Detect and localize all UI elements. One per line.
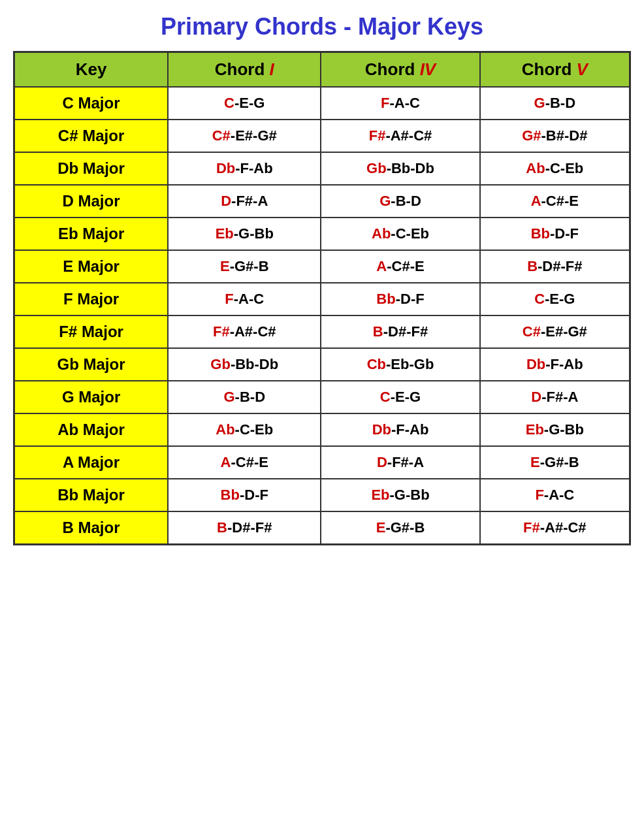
cell-chord5: E-G#-B [480,446,630,479]
table-row: Ab MajorAb-C-EbDb-F-AbEb-G-Bb [14,413,630,446]
cell-chord1: G-B-D [168,381,321,413]
cell-key: G Major [14,381,169,413]
cell-chord1: F#-A#-C# [168,315,321,348]
cell-chord1: Ab-C-Eb [168,413,321,446]
cell-chord4: Cb-Eb-Gb [321,348,479,381]
cell-key: B Major [14,511,169,545]
table-row: D MajorD-F#-AG-B-DA-C#-E [14,185,630,218]
page-title: Primary Chords - Major Keys [13,13,631,40]
cell-chord4: Gb-Bb-Db [321,152,479,185]
cell-chord5: G#-B#-D# [480,120,630,152]
table-row: F MajorF-A-CBb-D-FC-E-G [14,283,630,315]
cell-chord4: Eb-G-Bb [321,479,479,511]
table-row: E MajorE-G#-BA-C#-EB-D#-F# [14,250,630,283]
cell-chord4: Db-F-Ab [321,413,479,446]
cell-key: Bb Major [14,479,169,511]
cell-chord1: B-D#-F# [168,511,321,545]
cell-chord5: A-C#-E [480,185,630,218]
cell-chord1: A-C#-E [168,446,321,479]
cell-chord4: C-E-G [321,381,479,413]
header-chord5: Chord V [480,52,630,88]
cell-chord4: Bb-D-F [321,283,479,315]
table-row: Eb MajorEb-G-BbAb-C-EbBb-D-F [14,218,630,250]
cell-chord1: F-A-C [168,283,321,315]
cell-chord5: Eb-G-Bb [480,413,630,446]
table-row: Bb MajorBb-D-FEb-G-BbF-A-C [14,479,630,511]
cell-chord1: Bb-D-F [168,479,321,511]
header-chord4: Chord IV [321,52,479,88]
cell-key: C# Major [14,120,169,152]
cell-key: C Major [14,87,169,120]
cell-chord5: F-A-C [480,479,630,511]
cell-chord1: Eb-G-Bb [168,218,321,250]
cell-key: A Major [14,446,169,479]
chords-table: Key Chord I Chord IV Chord V C MajorC-E-… [13,51,631,545]
page-container: Primary Chords - Major Keys Key Chord I … [13,13,631,545]
cell-key: E Major [14,250,169,283]
cell-chord4: F-A-C [321,87,479,120]
cell-chord4: D-F#-A [321,446,479,479]
table-body: C MajorC-E-GF-A-CG-B-DC# MajorC#-E#-G#F#… [14,87,630,545]
cell-chord4: A-C#-E [321,250,479,283]
table-row: B MajorB-D#-F#E-G#-BF#-A#-C# [14,511,630,545]
table-row: A MajorA-C#-ED-F#-AE-G#-B [14,446,630,479]
table-row: F# MajorF#-A#-C#B-D#-F#C#-E#-G# [14,315,630,348]
cell-chord5: Bb-D-F [480,218,630,250]
table-row: Db MajorDb-F-AbGb-Bb-DbAb-C-Eb [14,152,630,185]
cell-chord5: G-B-D [480,87,630,120]
table-row: G MajorG-B-DC-E-GD-F#-A [14,381,630,413]
cell-chord1: E-G#-B [168,250,321,283]
cell-key: Eb Major [14,218,169,250]
cell-key: F# Major [14,315,169,348]
cell-key: F Major [14,283,169,315]
cell-chord5: D-F#-A [480,381,630,413]
table-row: Gb MajorGb-Bb-DbCb-Eb-GbDb-F-Ab [14,348,630,381]
cell-chord1: C#-E#-G# [168,120,321,152]
table-row: C MajorC-E-GF-A-CG-B-D [14,87,630,120]
cell-key: Db Major [14,152,169,185]
cell-chord4: Ab-C-Eb [321,218,479,250]
cell-chord5: C#-E#-G# [480,315,630,348]
cell-chord5: F#-A#-C# [480,511,630,545]
cell-chord5: B-D#-F# [480,250,630,283]
cell-key: Ab Major [14,413,169,446]
cell-chord1: Gb-Bb-Db [168,348,321,381]
header-key: Key [14,52,169,88]
cell-chord1: C-E-G [168,87,321,120]
cell-chord1: Db-F-Ab [168,152,321,185]
cell-key: D Major [14,185,169,218]
cell-chord1: D-F#-A [168,185,321,218]
cell-chord4: F#-A#-C# [321,120,479,152]
cell-key: Gb Major [14,348,169,381]
cell-chord4: B-D#-F# [321,315,479,348]
header-row: Key Chord I Chord IV Chord V [14,52,630,88]
cell-chord4: G-B-D [321,185,479,218]
table-row: C# MajorC#-E#-G#F#-A#-C#G#-B#-D# [14,120,630,152]
cell-chord5: C-E-G [480,283,630,315]
header-chord1: Chord I [168,52,321,88]
cell-chord5: Ab-C-Eb [480,152,630,185]
cell-chord5: Db-F-Ab [480,348,630,381]
cell-chord4: E-G#-B [321,511,479,545]
